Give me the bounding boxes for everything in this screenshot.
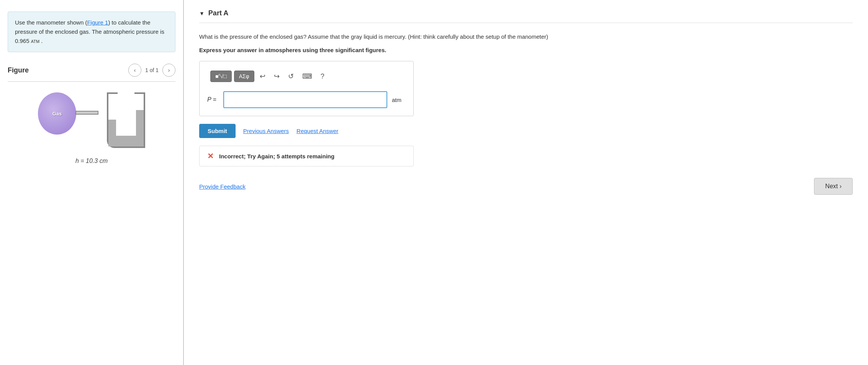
- collapse-arrow-icon[interactable]: ▼: [199, 10, 205, 16]
- figure-label: Figure: [8, 66, 29, 74]
- bottom-row: Provide Feedback Next ›: [199, 178, 853, 195]
- figure-next-button[interactable]: ›: [162, 64, 175, 77]
- undo-button[interactable]: ↩: [257, 70, 269, 83]
- info-text-before-link: Use the manometer shown (: [15, 19, 87, 26]
- figure-section: Figure ‹ 1 of 1 › Gas: [8, 64, 175, 166]
- reset-button[interactable]: ↺: [285, 70, 297, 83]
- h-label: h = 10.3 cm: [75, 158, 108, 164]
- error-box: ✕ Incorrect; Try Again; 5 attempts remai…: [199, 146, 414, 166]
- info-text-end: .: [39, 38, 43, 44]
- keyboard-button[interactable]: ⌨: [299, 70, 315, 83]
- previous-answers-button[interactable]: Previous Answers: [243, 128, 289, 134]
- pressure-input[interactable]: [223, 91, 387, 108]
- left-panel: Use the manometer shown (Figure 1) to ca…: [0, 0, 184, 365]
- right-panel: ▼ Part A What is the pressure of the enc…: [184, 0, 868, 365]
- help-button[interactable]: ?: [318, 70, 328, 83]
- figure-1-link[interactable]: Figure 1: [87, 19, 108, 26]
- answer-toolbar: ■n√□ AΣφ ↩ ↪ ↺ ⌨ ?: [207, 67, 406, 85]
- redo-button[interactable]: ↪: [271, 70, 283, 83]
- symbol-input-button[interactable]: AΣφ: [234, 71, 254, 82]
- unit-label: atm: [392, 97, 406, 103]
- part-title: Part A: [208, 9, 228, 17]
- next-button[interactable]: Next ›: [814, 178, 853, 195]
- atm-unit-info: atm: [31, 38, 39, 44]
- figure-prev-button[interactable]: ‹: [128, 64, 141, 77]
- figure-nav: ‹ 1 of 1 ›: [128, 64, 175, 77]
- part-header: ▼ Part A: [199, 4, 853, 23]
- instruction-text: Express your answer in atmospheres using…: [199, 47, 853, 53]
- provide-feedback-button[interactable]: Provide Feedback: [199, 183, 246, 190]
- connecting-tube: [75, 111, 98, 115]
- figure-image: Gas: [8, 81, 175, 166]
- figure-page-count: 1 of 1: [145, 67, 159, 73]
- math-input-button[interactable]: ■n√□: [210, 71, 232, 82]
- error-icon: ✕: [207, 151, 214, 161]
- error-message: Incorrect; Try Again; 5 attempts remaini…: [219, 153, 334, 159]
- pressure-label: P =: [207, 96, 219, 103]
- request-answer-button[interactable]: Request Answer: [296, 128, 338, 134]
- mercury-right: [136, 110, 144, 146]
- gas-bulb: Gas: [38, 92, 76, 135]
- answer-box: ■n√□ AΣφ ↩ ↪ ↺ ⌨ ? P = atm: [199, 61, 414, 116]
- u-tube-container: [107, 92, 145, 148]
- math-btn-icon: ■n√□: [215, 73, 227, 79]
- input-row: P = atm: [207, 91, 406, 108]
- info-box: Use the manometer shown (Figure 1) to ca…: [8, 12, 175, 52]
- action-row: Submit Previous Answers Request Answer: [199, 124, 853, 138]
- question-text: What is the pressure of the enclosed gas…: [199, 32, 735, 41]
- submit-button[interactable]: Submit: [199, 124, 236, 138]
- figure-header: Figure ‹ 1 of 1 ›: [8, 64, 175, 77]
- manometer-visual: Gas: [34, 89, 149, 154]
- gas-label: Gas: [52, 111, 62, 117]
